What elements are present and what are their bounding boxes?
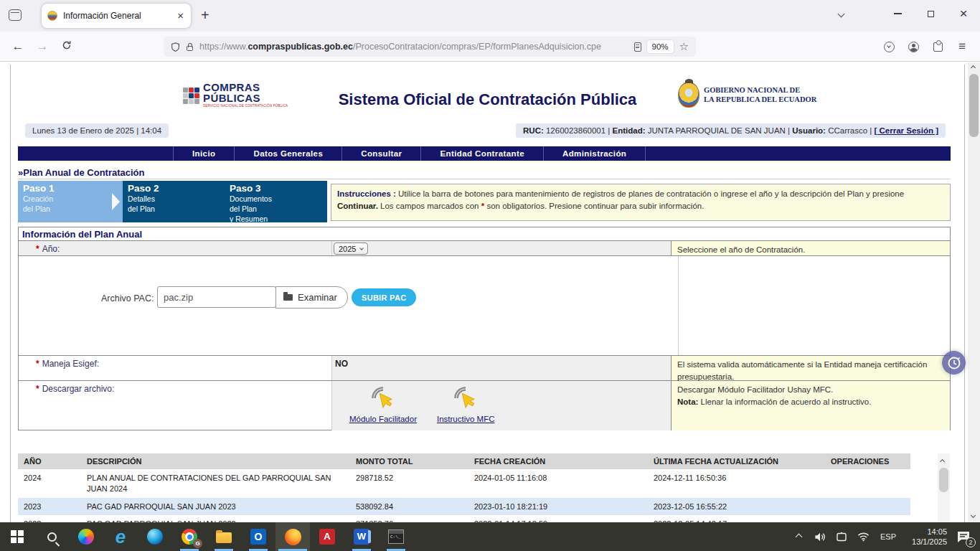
outlook-icon[interactable]: O [241, 522, 275, 551]
url-bar[interactable]: https://www.compraspublicas.gob.ec/Proce… [164, 37, 696, 57]
url-text: https://www.compraspublicas.gob.ec/Proce… [199, 42, 628, 52]
nav-item-datos-generales[interactable]: Datos Generales [235, 146, 342, 161]
clock[interactable]: 14:05 13/1/2025 [903, 527, 947, 547]
gov-line2: LA REPUBLICA DEL ECUADOR [704, 95, 816, 104]
internet-explorer-icon[interactable]: e [103, 522, 138, 551]
bookmark-star-icon[interactable]: ☆ [679, 40, 689, 53]
browser-tab-bar: Información General × + × [0, 0, 980, 32]
reader-mode-icon[interactable] [634, 42, 641, 52]
government-logo: GOBIERNO NACIONAL DE LA REPUBLICA DEL EC… [678, 82, 816, 108]
pac-file-input[interactable] [157, 286, 276, 308]
scroll-up-icon[interactable] [971, 65, 976, 70]
new-tab-button[interactable]: + [201, 7, 209, 24]
page-title: Sistema Oficial de Contratación Pública [11, 90, 964, 109]
tray-chevron-icon[interactable] [788, 534, 809, 540]
table-row[interactable]: 2022 PAC GAD PARROQUIAL SAN JUAN 2022 37… [18, 515, 910, 522]
edge-icon[interactable] [138, 522, 172, 551]
forward-button[interactable]: → [30, 39, 55, 54]
reload-button[interactable] [55, 39, 79, 54]
ecuador-crest-icon [678, 82, 699, 108]
click-cursor-icon [371, 385, 395, 411]
logout-link[interactable]: [ Cerrar Sesión ] [875, 126, 938, 135]
device-icon[interactable] [831, 532, 852, 542]
esigef-row: *Maneja Esigef: NO El sistema valida aut… [19, 356, 950, 381]
upload-pac-button[interactable]: SUBIR PAC [352, 288, 416, 306]
year-label: Año: [42, 244, 60, 254]
acrobat-icon[interactable]: A [310, 522, 344, 551]
taskbar: e G O A W ESP 14:05 13/1/2025 [0, 522, 980, 551]
clock-icon [947, 356, 961, 370]
restore-button[interactable] [914, 0, 947, 27]
pocket-icon[interactable] [877, 42, 901, 52]
menu-icon[interactable]: ≡ [950, 39, 974, 54]
pac-row: Archivo PAC: Examinar SUBIR PAC [19, 256, 950, 356]
year-row: *Año: 2025 Seleccione el año de Contrata… [19, 241, 950, 256]
file-explorer-icon[interactable] [207, 522, 241, 551]
screen: Información General × + × ← → https://ww… [0, 0, 980, 551]
minimize-button[interactable] [881, 0, 914, 27]
modulo-facilitador-link[interactable]: Módulo Facilitador [349, 385, 417, 423]
account-icon[interactable] [901, 42, 925, 52]
wizard-step-2[interactable]: Paso 2 Detalles del Plan [123, 181, 225, 222]
system-tray: ESP 14:05 13/1/2025 2 [788, 522, 980, 551]
plans-table: AÑO DESCRIPCIÓN MONTO TOTAL FECHA CREACI… [18, 453, 910, 522]
wizard-step-1[interactable]: Paso 1 Creación del Plan [18, 181, 123, 222]
year-select[interactable]: 2025 [334, 242, 368, 255]
esigef-note: El sistema valida automáticamente si la … [671, 356, 950, 380]
esigef-value: NO [332, 356, 671, 369]
instructions-box: Instrucciones : Utilice la barra de boto… [331, 184, 951, 221]
word-icon[interactable]: W [344, 522, 379, 551]
start-button[interactable] [0, 522, 34, 551]
volume-icon[interactable] [809, 532, 831, 542]
web-page: COMPRAS PÚBLICAS SERVICIO NACIONAL DE CO… [0, 62, 980, 522]
list-tabs-chevron-icon[interactable] [838, 11, 845, 18]
session-badge: RUC: 1260023860001 | Entidad: JUNTA PARR… [516, 123, 946, 138]
scroll-up-icon[interactable] [940, 459, 945, 464]
zoom-level-badge[interactable]: 90% [647, 40, 674, 53]
notifications-icon[interactable]: 2 [947, 530, 980, 543]
search-icon[interactable] [34, 522, 69, 551]
esigef-label: Maneja Esigef: [42, 359, 99, 369]
download-label: Descargar archivo: [42, 384, 115, 394]
firefox-icon[interactable] [275, 522, 310, 551]
back-button[interactable]: ← [6, 39, 30, 54]
page-container: COMPRAS PÚBLICAS SERVICIO NACIONAL DE CO… [10, 65, 965, 522]
reload-icon [62, 40, 72, 50]
copilot-icon[interactable] [69, 522, 103, 551]
page-scrollbar[interactable] [968, 62, 980, 522]
session-timer-widget[interactable] [942, 351, 966, 375]
browse-button[interactable]: Examinar [275, 286, 348, 309]
table-row[interactable]: 2023 PAC GAD PARROQUIAL SAN JUAN 2023 53… [18, 498, 910, 515]
site-favicon-icon [47, 11, 57, 21]
download-note: Descargar Módulo Facilitador Ushay MFC. … [671, 381, 950, 430]
nav-item-consultar[interactable]: Consultar [342, 146, 421, 161]
browser-tab[interactable]: Información General × [42, 4, 191, 28]
nav-item-entidad-contratante[interactable]: Entidad Contratante [421, 146, 544, 161]
chrome-icon[interactable]: G [172, 522, 207, 551]
datetime-badge: Lunes 13 de Enero de 2025 | 14:04 [25, 123, 169, 138]
nav-item-administracion[interactable]: Administración [544, 146, 646, 161]
shield-icon[interactable] [171, 42, 180, 52]
nav-item-inicio[interactable]: Inicio [173, 146, 235, 161]
wifi-icon[interactable] [852, 532, 874, 542]
table-row[interactable]: 2024 PLAN ANUAL DE CONTRATACIONES DEL GA… [18, 469, 910, 498]
browser-toolbar: ← → https://www.compraspublicas.gob.ec/P… [0, 32, 980, 62]
main-nav: Inicio Datos Generales Consultar Entidad… [18, 146, 951, 161]
terminal-icon[interactable] [379, 522, 413, 551]
table-header-row: AÑO DESCRIPCIÓN MONTO TOTAL FECHA CREACI… [18, 453, 910, 469]
firefox-view-icon[interactable] [9, 9, 22, 21]
lock-icon[interactable] [186, 42, 194, 52]
instructivo-mfc-link[interactable]: Instructivo MFC [437, 385, 495, 423]
tab-close-icon[interactable]: × [176, 11, 185, 21]
click-cursor-icon [453, 385, 478, 411]
table-scrollbar[interactable] [938, 453, 950, 522]
language-indicator[interactable]: ESP [874, 532, 903, 541]
year-note: Seleccione el año de Contratación. [671, 241, 950, 255]
wizard-step-3[interactable]: Paso 3 Documentos del Plan y Resumen [225, 181, 327, 222]
close-button[interactable]: × [947, 0, 980, 27]
form-title: Información del Plan Anual [19, 227, 950, 241]
scroll-down-icon[interactable] [971, 513, 976, 518]
plan-form: Información del Plan Anual *Año: 2025 Se… [18, 227, 951, 430]
gov-line1: GOBIERNO NACIONAL DE [704, 85, 816, 95]
extensions-icon[interactable] [925, 42, 950, 52]
